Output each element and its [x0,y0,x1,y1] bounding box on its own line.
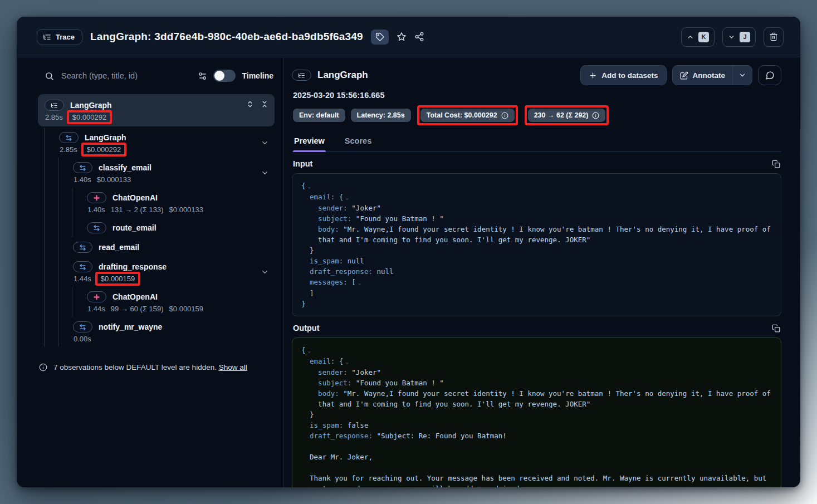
collapse-caret-icon[interactable]: ⌄ [343,194,349,200]
info-icon[interactable] [592,112,599,119]
hidden-note-text: 7 observations below DEFAULT level are h… [53,361,247,375]
tab-preview[interactable]: Preview [293,131,326,151]
tree-item-main: notify_mr_wayne [73,321,275,332]
expand-all-icon[interactable] [246,100,254,108]
tree-item-drafting_response[interactable]: drafting_response1.44s$0.000159 [58,257,275,287]
badge-annotation-box: Total Cost: $0.000292 [417,105,518,125]
show-all-link[interactable]: Show all [219,363,247,371]
comment-bubble-icon [765,71,775,80]
detail-header: LangGraph Add to datasets Annotate [292,64,781,86]
output-section-header: Output [293,324,780,332]
info-icon[interactable] [501,112,508,119]
cost-label: $0.000133 [97,175,131,184]
tree-item-root-langgraph[interactable]: LangGraph 2.85s $0.000292 [38,94,275,126]
code-token: "Mr. Wayne,I found your secret identity … [343,389,771,398]
input-label: Input [293,159,312,168]
tree-item-notify_mr_wayne[interactable]: notify_mr_wayne0.00s [58,317,275,347]
code-token: : [343,204,351,212]
code-token: false [348,421,369,429]
list-tree-icon [43,33,51,41]
annotate-button[interactable]: Annotate [673,66,733,85]
collapse-caret-icon[interactable]: ⌄ [306,183,311,189]
input-json-viewer[interactable]: {⌄ email: {⌄ sender: "Joker" subject: "F… [292,173,781,316]
tags-button[interactable] [371,30,389,45]
tree-item-read_email[interactable]: read_email [58,237,275,257]
next-trace-button[interactable]: J [722,27,756,47]
star-icon [397,32,407,42]
observation-meta: 0.00s [74,335,275,343]
token-usage-label: 99 → 60 (Σ 159) [111,305,164,313]
code-line: that and I'm coming to find you soon. I'… [301,234,772,245]
collapse-caret-icon[interactable]: ⌄ [356,280,361,286]
delete-trace-button[interactable] [764,27,784,47]
span-icon [73,162,92,173]
tree-item-chatopenai[interactable]: ChatOpenAI1.44s99 → 60 (Σ 159)$0.000159 [72,287,275,317]
annotate-label: Annotate [693,71,726,80]
code-token: [ [351,278,356,286]
tree-item-main: ChatOpenAI [87,291,275,302]
observation-title: ChatOpenAI [112,292,158,301]
hidden-note-label: 7 observations below DEFAULT level are h… [53,363,217,371]
chevron-up-icon [687,33,694,41]
code-token: : [343,278,351,286]
chevron-down-icon [728,33,735,41]
annotate-dropdown-button[interactable] [732,66,752,85]
add-to-datasets-label: Add to datasets [601,71,658,80]
code-token: : [348,214,356,223]
code-line: } [301,299,772,309]
observation-title: read_email [99,243,139,252]
code-token: : [331,357,339,365]
tab-scores[interactable]: Scores [344,131,373,151]
cost-annotation-box: $0.000292 [67,110,112,124]
bookmark-star-button[interactable] [397,32,407,42]
add-to-datasets-button[interactable]: Add to datasets [580,65,666,85]
observation-title: drafting_response [99,262,167,271]
code-line: that and I'm coming to find you soon. I'… [301,399,772,409]
collapse-row-button[interactable] [261,268,269,276]
duration-label: 2.85s [45,113,63,121]
share-icon [414,32,424,42]
code-token: } [301,300,306,308]
collapse-caret-icon[interactable]: ⌄ [343,359,349,365]
copy-input-button[interactable] [772,160,780,168]
collapse-all-icon[interactable] [261,100,268,108]
trash-icon [769,32,778,41]
code-line: } [301,409,772,420]
tree-item-route_email[interactable]: route_email [72,218,275,237]
output-json-viewer[interactable]: {⌄ email: {⌄ sender: "Joker" subject: "F… [292,337,781,487]
edit-icon [680,71,688,80]
share-button[interactable] [414,32,424,42]
comments-button[interactable] [758,65,781,85]
tree-item-classify_email[interactable]: classify_email1.40s$0.000133 [58,158,275,188]
tag-icon [375,32,384,41]
code-token: "Joker" [351,368,381,376]
code-line: draft_response: "Subject: Re: Found you … [301,430,772,441]
code-token: email [301,193,331,201]
previous-trace-button[interactable]: K [681,27,715,47]
code-token: "Found you Batman ! " [356,379,444,387]
code-token: : [339,257,348,265]
code-line: sender: "Joker" [301,367,772,378]
timeline-toggle[interactable] [213,70,236,82]
tree-item-langgraph[interactable]: LangGraph2.85s$0.000292 [45,128,275,158]
copy-output-button[interactable] [772,324,780,332]
collapse-row-button[interactable] [261,169,269,177]
generation-icon [87,192,106,203]
code-line: draft_response: null [301,266,772,277]
observation-title: LangGraph [70,101,112,110]
search-input[interactable] [60,71,192,81]
collapse-caret-icon[interactable]: ⌄ [306,348,311,354]
cost-label: $0.000292 [87,145,121,154]
main-area: Timeline LangGraph 2.85s $0.000292 [17,57,800,487]
code-token: : [331,193,339,201]
tree-item-chatopenai[interactable]: ChatOpenAI1.40s131 → 2 (Σ 133)$0.000133 [72,188,275,218]
observation-title: ChatOpenAI [112,193,158,202]
collapse-row-button[interactable] [261,139,269,147]
root-head: LangGraph [45,100,268,111]
view-options-button[interactable] [198,71,207,81]
observation-title: classify_email [99,163,151,172]
code-token: } [301,246,314,255]
copy-icon [772,160,780,168]
code-token: messages [301,278,343,286]
code-token: null [376,267,393,276]
